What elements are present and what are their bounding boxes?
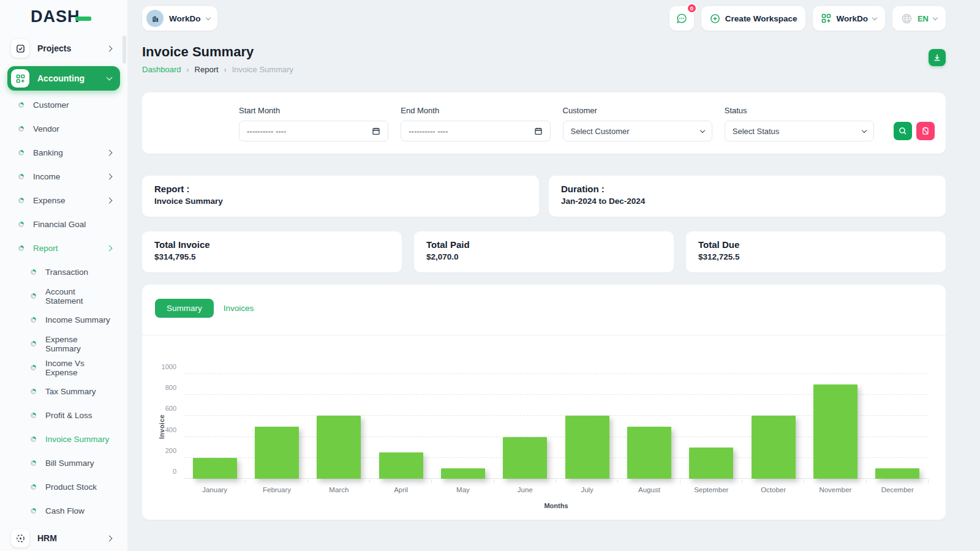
sidebar-item-bill-summary[interactable]: Bill Summary — [0, 451, 127, 475]
sidebar-item-label: Income Summary — [45, 315, 111, 324]
sidebar-item-vendor[interactable]: Vendor — [0, 117, 127, 141]
sidebar-item-label: Tax Summary — [45, 387, 111, 396]
start-month-input[interactable]: ---------- ---- — [239, 121, 388, 141]
sidebar-item-accounting[interactable]: Accounting — [7, 66, 120, 91]
chevron-right-icon — [107, 174, 113, 180]
end-month-input[interactable]: ---------- ---- — [401, 121, 550, 141]
sidebar-item-tax-summary[interactable]: Tax Summary — [0, 380, 127, 403]
brand-logo[interactable]: DASH — [0, 0, 127, 33]
calendar-icon — [372, 127, 380, 135]
bar-may[interactable] — [441, 468, 485, 479]
sidebar-item-account-statement[interactable]: Account Statement — [0, 284, 127, 308]
workdo-menu-button[interactable]: WorkDo — [813, 6, 885, 31]
sidebar-item-product-stock[interactable]: Product Stock — [0, 475, 127, 499]
sidebar-item-banking[interactable]: Banking — [0, 141, 127, 165]
sidebar-item-label: Accounting — [37, 73, 107, 83]
breadcrumb-separator: › — [224, 66, 227, 74]
bar-slot — [246, 374, 307, 479]
create-workspace-button[interactable]: Create Workspace — [701, 6, 806, 31]
download-button[interactable] — [929, 49, 946, 66]
report-card-label: Report : — [154, 184, 527, 194]
apply-filter-button[interactable] — [894, 122, 912, 140]
sidebar-scrollbar[interactable] — [123, 36, 126, 64]
sidebar-item-label: Cash Flow — [45, 506, 111, 515]
workspace-switcher[interactable]: WorkDo — [142, 6, 217, 31]
sidebar-item-expense[interactable]: Expense — [0, 189, 127, 212]
sidebar-item-transaction[interactable]: Transaction — [0, 260, 127, 284]
y-axis-tick: 200 — [165, 447, 176, 454]
bar-june[interactable] — [503, 437, 547, 479]
x-axis-label: September — [680, 486, 742, 493]
sidebar-item-label: Banking — [33, 148, 107, 157]
page-title: Invoice Summary — [142, 44, 293, 60]
clear-filter-button[interactable] — [916, 122, 935, 140]
bar-march[interactable] — [317, 416, 361, 479]
sidebar-item-label: Product Stock — [45, 482, 111, 492]
bar-july[interactable] — [565, 416, 609, 479]
chevron-right-icon — [107, 45, 113, 51]
y-axis-tick: 800 — [165, 384, 176, 391]
messages-button[interactable]: 0 — [669, 6, 694, 31]
sidebar-item-hrm[interactable]: HRM — [0, 525, 127, 551]
bullet-icon — [31, 293, 36, 299]
total-paid-label: Total Paid — [426, 239, 662, 250]
sidebar: DASH ProjectsAccountingCustomerVendorBan… — [0, 0, 127, 551]
bullet-icon — [18, 222, 24, 227]
end-month-placeholder: ---------- ---- — [409, 127, 448, 136]
bar-november[interactable] — [813, 384, 858, 479]
customer-select[interactable]: Select Customer — [563, 121, 712, 141]
status-select[interactable]: Select Status — [725, 121, 874, 141]
sidebar-item-invoice-summary[interactable]: Invoice Summary — [0, 427, 127, 451]
total-due-card: Total Due $312,725.5 — [686, 231, 946, 272]
sidebar-item-expense-summary[interactable]: Expense Summary — [0, 332, 127, 356]
sidebar-item-label: Profit & Loss — [45, 411, 111, 420]
bar-slot — [556, 374, 618, 479]
sidebar-item-customer[interactable]: Customer — [0, 93, 127, 117]
sidebar-item-profit-loss[interactable]: Profit & Loss — [0, 403, 127, 427]
brand-logo-dash-icon — [75, 17, 91, 21]
report-card-value: Invoice Summary — [154, 197, 527, 206]
total-invoice-card: Total Invoice $314,795.5 — [142, 231, 402, 272]
chevron-right-icon — [107, 198, 113, 204]
tab-summary[interactable]: Summary — [155, 299, 214, 318]
gridline — [184, 373, 929, 374]
breadcrumb-report[interactable]: Report — [195, 65, 219, 74]
chevron-down-icon — [107, 75, 113, 81]
sidebar-item-label: Income Vs Expense — [45, 359, 111, 377]
sidebar-item-financial-goal[interactable]: Financial Goal — [0, 212, 127, 236]
sidebar-item-label: Bill Summary — [45, 459, 111, 468]
bar-february[interactable] — [255, 427, 299, 479]
bar-august[interactable] — [627, 427, 671, 479]
tab-invoices[interactable]: Invoices — [224, 304, 254, 313]
sidebar-item-projects[interactable]: Projects — [0, 36, 127, 61]
bar-october[interactable] — [752, 416, 796, 479]
x-axis-title: Months — [184, 502, 929, 509]
search-icon — [899, 127, 907, 135]
bar-january[interactable] — [193, 458, 237, 479]
sidebar-item-label: Expense — [33, 196, 107, 205]
sidebar-item-income-vs-expense[interactable]: Income Vs Expense — [0, 356, 127, 380]
bar-slot — [618, 374, 680, 479]
sidebar-item-label: Income — [33, 172, 107, 181]
duration-card-label: Duration : — [561, 184, 933, 194]
end-month-field: End Month ---------- ---- — [401, 106, 550, 141]
building-icon — [151, 14, 160, 23]
sidebar-item-label: Vendor — [33, 124, 111, 133]
sidebar-item-income[interactable]: Income — [0, 165, 127, 189]
breadcrumb-dashboard[interactable]: Dashboard — [142, 65, 181, 74]
sidebar-item-cash-flow[interactable]: Cash Flow — [0, 499, 127, 523]
chevron-down-icon — [872, 15, 877, 20]
summary-cards-row: Report : Invoice Summary Duration : Jan-… — [142, 176, 946, 217]
sidebar-item-label: HRM — [37, 533, 107, 543]
sidebar-item-income-summary[interactable]: Income Summary — [0, 308, 127, 332]
grid-plus-icon — [821, 13, 831, 23]
workdo-menu-label: WorkDo — [836, 14, 868, 23]
bar-april[interactable] — [379, 452, 423, 479]
x-axis-label: June — [494, 486, 556, 493]
bar-december[interactable] — [875, 468, 919, 479]
sidebar-item-label: Account Statement — [45, 287, 111, 305]
sidebar-item-report[interactable]: Report — [0, 236, 127, 260]
chart-xlabels: JanuaryFebruaryMarchAprilMayJuneJulyAugu… — [184, 486, 929, 493]
language-selector[interactable]: EN — [892, 6, 946, 31]
bar-september[interactable] — [689, 448, 733, 479]
